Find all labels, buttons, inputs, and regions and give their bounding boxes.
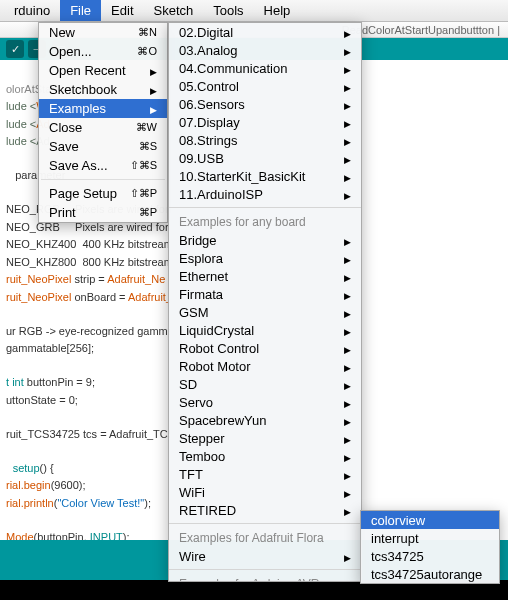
submenu-item[interactable]: 05.Control [169,77,361,95]
menu-examples[interactable]: Examples [39,99,167,118]
menu-help[interactable]: Help [254,0,301,21]
menu-pagesetup[interactable]: Page Setup⇧⌘P [39,184,167,203]
menu-open[interactable]: Open...⌘O [39,42,167,61]
submenu-item[interactable]: 11.ArduinoISP [169,185,361,203]
menu-open-recent[interactable]: Open Recent [39,61,167,80]
menu-print[interactable]: Print⌘P [39,203,167,222]
submenu-item[interactable]: Firmata [169,285,361,303]
submenu-item[interactable]: 03.Analog [169,41,361,59]
menu-save[interactable]: Save⌘S [39,137,167,156]
submenu-item[interactable]: Robot Motor [169,357,361,375]
submenu-item[interactable]: TFT [169,465,361,483]
submenu-item[interactable]: 02.Digital [169,23,361,41]
submenu-item[interactable]: Wire [169,547,361,565]
menu-app[interactable]: rduino [4,0,60,21]
submenu-item[interactable]: Servo [169,393,361,411]
tcs34725-menu: colorviewinterrupttcs34725tcs34725autora… [360,510,500,584]
submenu-item[interactable]: 04.Communication [169,59,361,77]
submenu-item[interactable]: 08.Strings [169,131,361,149]
menu-sketch[interactable]: Sketch [144,0,204,21]
examples-menu: 02.Digital03.Analog04.Communication05.Co… [168,22,362,582]
menubar: rduino File Edit Sketch Tools Help [0,0,508,22]
menu-sketchbook[interactable]: Sketchbook [39,80,167,99]
menu-tools[interactable]: Tools [203,0,253,21]
submenu-item[interactable]: SpacebrewYun [169,411,361,429]
submenu-item[interactable]: WiFi [169,483,361,501]
menu-close[interactable]: Close⌘W [39,118,167,137]
submenu-item[interactable]: Esplora [169,249,361,267]
submenu-item[interactable]: Temboo [169,447,361,465]
submenu-item[interactable]: tcs34725 [361,547,499,565]
submenu-item[interactable]: 10.StarterKit_BasicKit [169,167,361,185]
submenu-item[interactable]: 06.Sensors [169,95,361,113]
submenu-item[interactable]: RETIRED [169,501,361,519]
submenu-item[interactable]: 09.USB [169,149,361,167]
file-menu: New⌘N Open...⌘O Open Recent Sketchbook E… [38,22,168,223]
submenu-item[interactable]: Ethernet [169,267,361,285]
menu-saveas[interactable]: Save As...⇧⌘S [39,156,167,175]
menu-new[interactable]: New⌘N [39,23,167,42]
submenu-item[interactable]: Stepper [169,429,361,447]
section-avr: Examples for Arduino AVR Boards [169,574,361,582]
submenu-item[interactable]: Robot Control [169,339,361,357]
submenu-item[interactable]: Bridge [169,231,361,249]
verify-button[interactable]: ✓ [6,40,24,58]
submenu-item[interactable]: 07.Display [169,113,361,131]
submenu-item[interactable]: interrupt [361,529,499,547]
submenu-item[interactable]: colorview [361,511,499,529]
section-any-board: Examples for any board [169,212,361,231]
section-flora: Examples for Adafruit Flora [169,528,361,547]
menu-edit[interactable]: Edit [101,0,143,21]
submenu-item[interactable]: SD [169,375,361,393]
submenu-item[interactable]: tcs34725autorange [361,565,499,583]
menu-file[interactable]: File [60,0,101,21]
submenu-item[interactable]: GSM [169,303,361,321]
submenu-item[interactable]: LiquidCrystal [169,321,361,339]
